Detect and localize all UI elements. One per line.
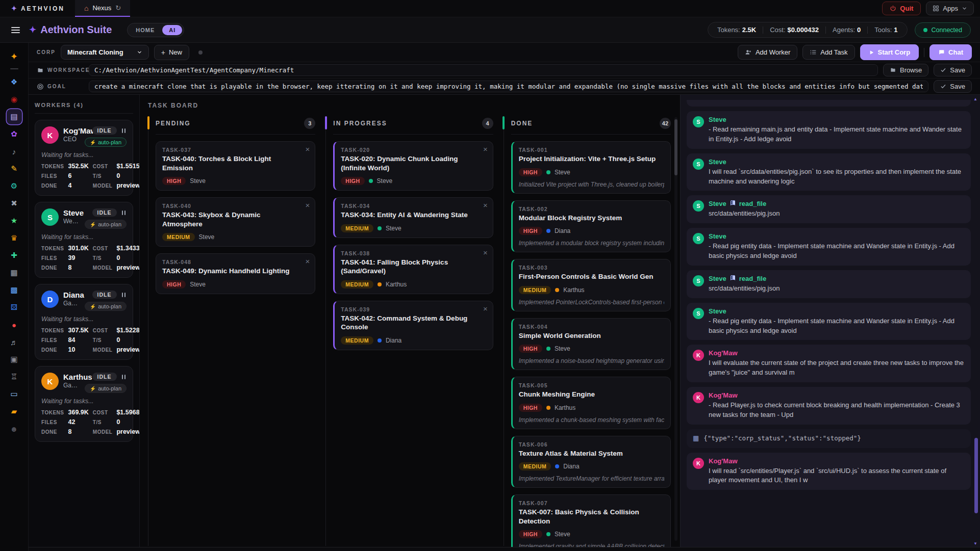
task-card[interactable]: TASK-007TASK-007: Basic Physics & Collis… bbox=[511, 494, 671, 547]
home-icon: ⌂ bbox=[84, 4, 88, 12]
dock-icon-cabinet[interactable]: ▣ bbox=[7, 352, 22, 367]
browse-button[interactable]: Browse bbox=[883, 64, 928, 76]
worker-card[interactable]: SSteveWeb DesignerIDLE⚡auto-planWaiting … bbox=[35, 202, 133, 278]
dock-icon-monitor[interactable]: ▭ bbox=[7, 386, 22, 402]
worker-stat-label: MODEL bbox=[93, 183, 113, 189]
task-card[interactable]: TASK-020TASK-020: Dynamic Chunk Loading … bbox=[333, 141, 493, 191]
workspace-input[interactable] bbox=[89, 64, 878, 76]
dock-icon-shield[interactable]: ★ bbox=[7, 213, 22, 228]
dock-icon-dice[interactable]: ⚄ bbox=[7, 300, 22, 315]
task-id: TASK-038 bbox=[341, 250, 486, 256]
toggle-home[interactable]: HOME bbox=[129, 25, 161, 35]
priority-badge: HIGH bbox=[162, 280, 186, 288]
close-icon[interactable]: × bbox=[306, 257, 310, 265]
chat-scrollbar-thumb[interactable] bbox=[974, 438, 978, 513]
task-card[interactable]: TASK-039TASK-042: Command System & Debug… bbox=[333, 301, 493, 350]
dock-icon-record[interactable]: ● bbox=[7, 317, 22, 332]
pause-icon[interactable] bbox=[121, 292, 127, 298]
task-card[interactable]: TASK-040TASK-043: Skybox & Dynamic Atmos… bbox=[156, 197, 315, 247]
done-scrollbar-track[interactable] bbox=[674, 117, 677, 541]
new-corp-button[interactable]: + New bbox=[154, 45, 189, 60]
worker-stat-value: 369.9K bbox=[68, 409, 89, 416]
brand-logo: ✦ AETHVION bbox=[0, 5, 75, 12]
chat-scroll-down-icon[interactable]: ▼ bbox=[973, 541, 977, 546]
dock-icon-close[interactable]: ✖ bbox=[7, 196, 22, 211]
close-icon[interactable]: × bbox=[483, 201, 488, 209]
auto-plan-toggle[interactable]: ⚡auto-plan bbox=[85, 384, 127, 393]
dock-icon-media[interactable]: ◉ bbox=[7, 92, 22, 107]
close-icon[interactable]: × bbox=[483, 145, 488, 153]
tool-name: read_file bbox=[739, 275, 766, 282]
worker-card[interactable]: KKarthusGame Devel...IDLE⚡auto-planWaiti… bbox=[35, 366, 133, 442]
worker-stats: TOKENS307.5KCOST$1.5228FILES84T/S0DONE10… bbox=[41, 327, 127, 353]
task-card[interactable]: TASK-003First-Person Controls & Basic Wo… bbox=[511, 259, 671, 311]
close-icon[interactable]: × bbox=[483, 305, 488, 312]
worker-stat-value: 10 bbox=[68, 346, 89, 353]
quit-button[interactable]: Quit bbox=[882, 2, 921, 15]
apps-button[interactable]: Apps bbox=[926, 2, 974, 15]
dock-icon-grid[interactable]: ▩ bbox=[7, 282, 22, 298]
menu-hamburger-icon[interactable] bbox=[9, 25, 22, 35]
auto-plan-toggle[interactable]: ⚡auto-plan bbox=[85, 220, 127, 229]
add-task-button[interactable]: Add Task bbox=[802, 45, 855, 60]
dock-icon-editor[interactable]: ✎ bbox=[7, 161, 22, 176]
task-card[interactable]: TASK-037TASK-040: Torches & Block Light … bbox=[156, 141, 315, 191]
task-meta: MEDIUMSteve bbox=[162, 233, 309, 241]
worker-card[interactable]: DDianaGame Devel...IDLE⚡auto-planWaiting… bbox=[35, 284, 133, 360]
chat-button[interactable]: Chat bbox=[929, 44, 972, 60]
dock-icon-folder[interactable]: ▰ bbox=[7, 404, 22, 419]
task-card[interactable]: TASK-005Chunk Meshing EngineHIGHKarthusI… bbox=[511, 377, 671, 429]
worker-card[interactable]: KKog'MawCEOIDLE⚡auto-planWaiting for tas… bbox=[35, 120, 133, 196]
sparkle-icon[interactable]: ✦ bbox=[10, 51, 18, 62]
dock-icon-bank[interactable]: ♖ bbox=[7, 369, 22, 384]
workspace-save-label: Save bbox=[950, 66, 965, 74]
status-badge: IDLE bbox=[92, 208, 117, 217]
task-card[interactable]: TASK-038TASK-041: Falling Block Physics … bbox=[333, 245, 493, 294]
auto-plan-toggle[interactable]: ⚡auto-plan bbox=[85, 302, 127, 311]
worker-waiting-text: Waiting for tasks... bbox=[41, 233, 127, 241]
worker-stat-value: $1.3433 bbox=[116, 245, 140, 252]
dock-icon-health[interactable]: ✚ bbox=[7, 248, 22, 263]
corp-select[interactable]: Minecraft Cloning bbox=[61, 45, 149, 60]
task-card[interactable]: TASK-002Modular Block Registry SystemHIG… bbox=[511, 200, 671, 253]
dock-icon-art[interactable]: ✿ bbox=[7, 126, 22, 142]
close-icon[interactable]: × bbox=[306, 145, 310, 153]
task-id: TASK-004 bbox=[519, 324, 664, 330]
auto-plan-toggle[interactable]: ⚡auto-plan bbox=[85, 138, 127, 147]
task-card[interactable]: TASK-006Texture Atlas & Material SystemM… bbox=[511, 436, 671, 488]
add-worker-button[interactable]: Add Worker bbox=[738, 45, 797, 60]
column-header: PENDING3 bbox=[156, 116, 315, 135]
goal-save-button[interactable]: Save bbox=[934, 80, 972, 93]
task-card[interactable]: TASK-048TASK-049: Dynamic Handheld Light… bbox=[156, 253, 315, 294]
dock-icon-face[interactable]: ☻ bbox=[7, 421, 22, 436]
dock-icon-mic[interactable]: ♬ bbox=[7, 334, 22, 350]
worker-stat-label: DONE bbox=[41, 429, 64, 435]
chat-scroll-up-icon[interactable]: ▲ bbox=[973, 97, 977, 101]
workspace-save-button[interactable]: Save bbox=[934, 64, 972, 76]
close-icon[interactable]: × bbox=[483, 249, 488, 256]
chat-message-body: Steve- Read remaining main.js and entity… bbox=[709, 116, 965, 144]
task-card[interactable]: TASK-001Project Initialization: Vite + T… bbox=[511, 141, 671, 194]
task-title: First-Person Controls & Basic World Gen bbox=[519, 272, 664, 281]
dock-icon-trophy[interactable]: ♛ bbox=[7, 230, 22, 246]
goal-input[interactable] bbox=[89, 81, 928, 92]
close-icon[interactable]: × bbox=[306, 201, 310, 209]
done-scrollbar-thumb[interactable] bbox=[674, 119, 677, 175]
dock-icon-settings[interactable]: ⚙ bbox=[7, 178, 22, 194]
dock-icon-chat[interactable]: ❖ bbox=[7, 74, 22, 90]
worker-stat-label: DONE bbox=[41, 347, 64, 353]
pause-icon[interactable] bbox=[121, 374, 127, 380]
refresh-icon[interactable]: ↻ bbox=[115, 4, 121, 12]
dock-icon-audio[interactable]: ♪ bbox=[7, 144, 22, 159]
quit-label: Quit bbox=[900, 5, 913, 12]
worker-stat-label: COST bbox=[93, 410, 113, 415]
pause-icon[interactable] bbox=[121, 209, 127, 216]
start-corp-button[interactable]: Start Corp bbox=[860, 44, 919, 60]
pause-icon[interactable] bbox=[121, 127, 127, 134]
tab-nexus[interactable]: ⌂ Nexus ↻ bbox=[75, 0, 130, 17]
toggle-ai[interactable]: AI bbox=[162, 25, 182, 35]
dock-icon-nexus[interactable]: ▤ bbox=[7, 109, 22, 124]
task-card[interactable]: TASK-034TASK-034: Entity AI & Wandering … bbox=[333, 197, 493, 238]
dock-icon-sheet[interactable]: ▦ bbox=[7, 265, 22, 280]
task-card[interactable]: TASK-004Simple World GenerationHIGHSteve… bbox=[511, 318, 671, 371]
